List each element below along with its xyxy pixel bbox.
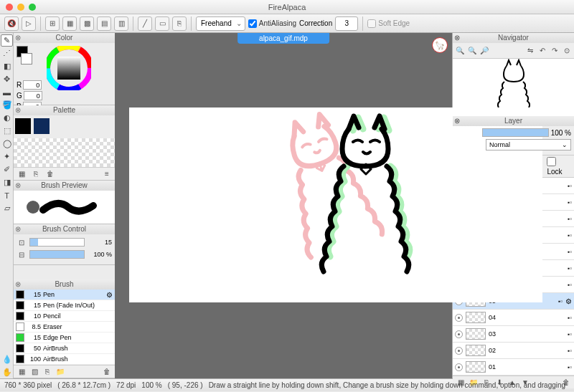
- rect-icon[interactable]: ▭: [155, 16, 169, 31]
- layer-mode-icon: ▪▫: [568, 348, 572, 354]
- hand-tool-icon[interactable]: ✋: [1, 366, 13, 378]
- grid-3-icon[interactable]: ▩: [80, 16, 94, 31]
- brush-list-item[interactable]: 8.5Eraser: [14, 322, 115, 333]
- brush-list-item[interactable]: 15Pen⚙: [14, 290, 115, 300]
- layer-row[interactable]: 01▪▫: [453, 359, 574, 376]
- status-dpi: 72 dpi: [116, 381, 136, 389]
- size-slider[interactable]: [29, 238, 85, 247]
- trash-icon[interactable]: 🗑: [102, 367, 112, 377]
- fill-tool-icon[interactable]: ▬: [1, 86, 13, 98]
- wand-tool-icon[interactable]: ✦: [1, 150, 13, 163]
- flip-h-icon[interactable]: ⇋: [525, 46, 535, 56]
- status-hint: Draw a straight line by holding down shi…: [209, 381, 566, 389]
- zoom-in-icon[interactable]: 🔍: [467, 46, 477, 56]
- layer-mode-icon: ▪▫: [568, 315, 572, 321]
- rotate-ccw-icon[interactable]: ↶: [537, 46, 547, 56]
- brush-tool-icon[interactable]: ✎: [1, 34, 13, 47]
- close-window-icon[interactable]: [6, 4, 13, 11]
- play-icon[interactable]: ▷: [22, 16, 36, 31]
- color-wheel[interactable]: [47, 46, 91, 90]
- close-icon[interactable]: ⊗: [15, 33, 21, 43]
- select-tool-icon[interactable]: ⬚: [1, 125, 13, 137]
- doc-icon[interactable]: ⎘: [172, 16, 187, 31]
- dotpen-tool-icon[interactable]: ⋰: [1, 47, 13, 59]
- visibility-icon[interactable]: [455, 363, 463, 371]
- line-icon[interactable]: ╱: [138, 16, 152, 31]
- softedge-checkbox[interactable]: Soft Edge: [367, 19, 410, 28]
- visibility-icon[interactable]: [455, 347, 463, 355]
- status-real: ( 26.8 * 12.7cm ): [57, 381, 110, 389]
- gear-icon[interactable]: ⚙: [565, 297, 572, 305]
- eraser-tool-icon[interactable]: ◧: [1, 60, 13, 72]
- add-swatch-icon[interactable]: ▦: [17, 169, 27, 179]
- gear-icon[interactable]: ⚙: [106, 291, 113, 299]
- grid-2-icon[interactable]: ▦: [62, 16, 77, 31]
- grid-4-icon[interactable]: ▤: [97, 16, 111, 31]
- canvas-area[interactable]: alpaca_gif.mdp 🦙: [115, 33, 452, 378]
- selectpen-tool-icon[interactable]: ✐: [1, 163, 13, 176]
- add-brush2-icon[interactable]: ▧: [29, 367, 39, 377]
- palette-swatch[interactable]: [15, 118, 31, 134]
- close-icon[interactable]: ⊗: [15, 224, 21, 234]
- reset-icon[interactable]: ⊙: [562, 46, 572, 56]
- folder-icon[interactable]: 📁: [55, 367, 65, 377]
- rotate-cw-icon[interactable]: ↷: [550, 46, 560, 56]
- visibility-icon[interactable]: [455, 330, 463, 338]
- selecterase-tool-icon[interactable]: ◨: [1, 176, 13, 188]
- layer-opacity-slider[interactable]: [482, 128, 549, 137]
- menu-icon[interactable]: ≡: [102, 169, 112, 179]
- layer-mode-icon: ▪▫: [568, 282, 572, 288]
- palette-swatch[interactable]: [34, 118, 50, 134]
- zoom-fit-icon[interactable]: 🔍: [455, 46, 465, 56]
- visibility-icon[interactable]: [455, 314, 463, 322]
- r-input[interactable]: [23, 80, 42, 90]
- file-tab[interactable]: alpaca_gif.mdp: [237, 33, 329, 44]
- trash-icon[interactable]: 🗑: [45, 169, 55, 179]
- copy-icon[interactable]: ⎘: [31, 169, 41, 179]
- lasso-tool-icon[interactable]: ◯: [1, 138, 13, 150]
- canvas[interactable]: [129, 107, 542, 302]
- lock-checkbox[interactable]: Lock: [547, 157, 571, 176]
- minimize-window-icon[interactable]: [17, 4, 24, 11]
- close-icon[interactable]: ⊗: [454, 116, 460, 126]
- grid-5-icon[interactable]: ▥: [114, 16, 128, 31]
- brush-list-item[interactable]: 15Edge Pen: [14, 333, 115, 343]
- brush-list-item[interactable]: 15Pen (Fade In/Out): [14, 300, 115, 311]
- layer-thumb: [466, 312, 486, 323]
- zoom-window-icon[interactable]: [29, 4, 36, 11]
- bucket-tool-icon[interactable]: 🪣: [1, 99, 13, 111]
- brush-swatch: [16, 290, 24, 299]
- brush-list-item[interactable]: 10Pencil: [14, 311, 115, 322]
- bg-color-swatch[interactable]: [21, 53, 32, 64]
- sound-toggle-icon[interactable]: 🔇: [4, 16, 19, 31]
- close-icon[interactable]: ⊗: [454, 33, 460, 43]
- layer-mode-icon: ▪▫: [568, 265, 572, 272]
- stroke-mode-select[interactable]: Freehand: [196, 16, 245, 31]
- layer-mode-icon: ▪▫: [568, 364, 572, 371]
- brush-list-item[interactable]: 100AirBrush: [14, 354, 115, 365]
- layer-mode-icon: ▪▫: [568, 331, 572, 338]
- opacity-slider[interactable]: [29, 250, 85, 259]
- dup-brush-icon[interactable]: ⎘: [42, 367, 52, 377]
- layer-row[interactable]: 04▪▫: [453, 310, 574, 326]
- object-tool-icon[interactable]: ▱: [1, 202, 13, 214]
- g-input[interactable]: [24, 91, 42, 100]
- grid-1-icon[interactable]: ⊞: [45, 16, 60, 31]
- mascot-icon[interactable]: 🦙: [432, 37, 448, 53]
- eyedropper-tool-icon[interactable]: 💧: [1, 353, 13, 365]
- layer-row[interactable]: 02▪▫: [453, 343, 574, 359]
- close-icon[interactable]: ⊗: [15, 181, 21, 191]
- layer-row[interactable]: 03▪▫: [453, 326, 574, 343]
- correction-input[interactable]: [335, 16, 358, 31]
- close-icon[interactable]: ⊗: [15, 105, 21, 115]
- brush-list-item[interactable]: 50AirBrush: [14, 343, 115, 354]
- blending-select[interactable]: Normal: [486, 139, 571, 150]
- antialias-checkbox[interactable]: AntiAliasing: [248, 19, 296, 28]
- close-icon[interactable]: ⊗: [15, 279, 21, 290]
- add-brush-icon[interactable]: ▦: [17, 367, 27, 377]
- navigator-title: Navigator: [498, 34, 529, 42]
- gradient-tool-icon[interactable]: ◐: [1, 112, 13, 124]
- move-tool-icon[interactable]: ✥: [1, 73, 13, 85]
- zoom-out-icon[interactable]: 🔎: [479, 46, 489, 56]
- text-tool-icon[interactable]: T: [1, 189, 13, 201]
